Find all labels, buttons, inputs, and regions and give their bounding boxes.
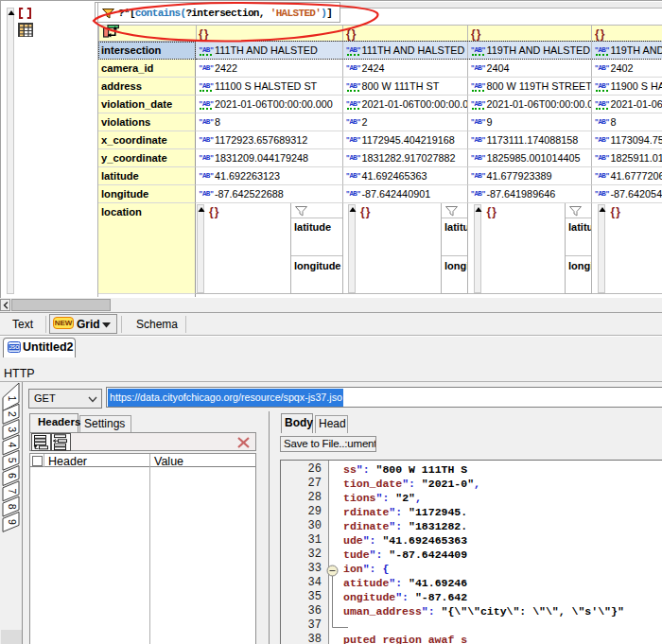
svg-text:3: 3 — [7, 426, 18, 432]
svg-text:8: 8 — [7, 504, 18, 510]
svg-text:4: 4 — [7, 442, 18, 447]
svg-text:7: 7 — [7, 488, 18, 494]
svg-text:9: 9 — [7, 519, 18, 525]
svg-text:1: 1 — [7, 396, 18, 402]
svg-text:JSO: JSO — [9, 344, 19, 350]
svg-text:5: 5 — [7, 458, 18, 463]
svg-text:6: 6 — [7, 473, 18, 479]
svg-text:2: 2 — [7, 411, 18, 417]
